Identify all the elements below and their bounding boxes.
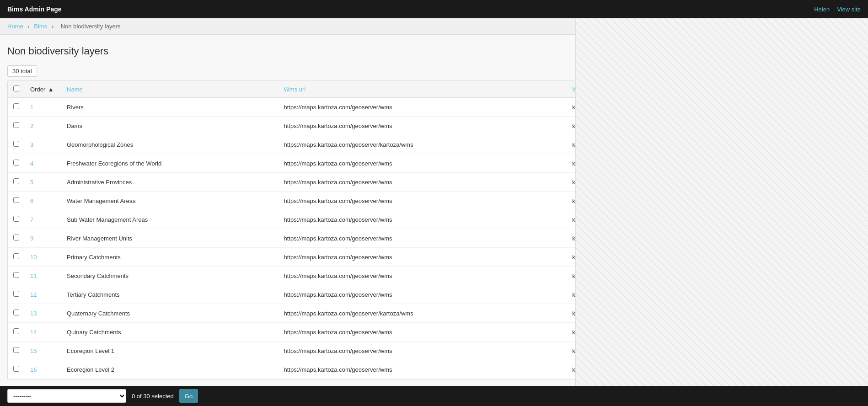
row-move-cell: ▲ ▼ <box>833 98 860 117</box>
add-non-biodiversity-layer-button[interactable]: + Add non biodiversity layer <box>773 44 861 58</box>
move-down-button[interactable]: ▼ <box>838 238 855 244</box>
move-down-button[interactable]: ▼ <box>838 163 855 169</box>
row-checkbox[interactable] <box>13 366 19 372</box>
row-name: Quaternary Catchments <box>61 304 278 323</box>
row-checkbox[interactable] <box>13 197 19 203</box>
move-up-button[interactable]: ▲ <box>838 251 855 257</box>
move-up-button[interactable]: ▲ <box>838 176 855 182</box>
move-up-button[interactable]: ▲ <box>838 195 855 201</box>
row-checkbox[interactable] <box>13 122 19 128</box>
move-up-button[interactable]: ▲ <box>838 214 855 219</box>
row-checkbox-cell <box>8 360 25 379</box>
row-wms-url: https://maps.kartoza.com/geoserver/wms <box>278 342 567 360</box>
row-checkbox[interactable] <box>13 216 19 222</box>
breadcrumb-current: Non biodiversity layers <box>61 23 121 30</box>
row-order-link[interactable]: 14 <box>30 329 37 336</box>
row-order-link[interactable]: 16 <box>30 366 37 373</box>
row-wms-url: https://maps.kartoza.com/geoserver/wms <box>278 154 567 173</box>
row-checkbox-cell <box>8 173 25 192</box>
row-wms-layer-name: kartoza:eco_region_2 <box>567 360 833 379</box>
move-down-button[interactable]: ▼ <box>838 369 855 375</box>
row-wms-url: https://maps.kartoza.com/geoserver/wms <box>278 323 567 342</box>
row-checkbox[interactable] <box>13 347 19 353</box>
row-order-link[interactable]: 3 <box>30 141 33 148</box>
row-name: Administrative Provinces <box>61 173 278 192</box>
row-checkbox[interactable] <box>13 141 19 147</box>
row-wms-layer-name: kartoza:eco_region_1 <box>567 342 833 360</box>
move-down-button[interactable]: ▼ <box>838 201 855 206</box>
row-wms-layer-name: kartoza:quaternary_catchment <box>567 304 833 323</box>
move-down-button[interactable]: ▼ <box>838 126 855 131</box>
row-wms-layer-name: kartoza:quinary_catchment <box>567 323 833 342</box>
header-wms-layer-name[interactable]: Wms layer name <box>567 81 833 98</box>
row-order-link[interactable]: 9 <box>30 235 33 242</box>
move-arrows: ▲ ▼ <box>838 233 855 244</box>
move-up-button[interactable]: ▲ <box>838 120 855 126</box>
row-wms-url: https://maps.kartoza.com/geoserver/wms <box>278 210 567 229</box>
row-checkbox[interactable] <box>13 328 19 334</box>
move-down-button[interactable]: ▼ <box>838 219 855 225</box>
move-down-button[interactable]: ▼ <box>838 107 855 112</box>
move-up-button[interactable]: ▲ <box>838 233 855 238</box>
header-name[interactable]: Name <box>61 81 278 98</box>
row-checkbox[interactable] <box>13 235 19 240</box>
row-order-link[interactable]: 6 <box>30 198 33 204</box>
row-order-link[interactable]: 1 <box>30 104 33 111</box>
row-checkbox[interactable] <box>13 272 19 278</box>
row-order-link[interactable]: 13 <box>30 310 37 317</box>
move-down-button[interactable]: ▼ <box>838 294 855 300</box>
move-down-button[interactable]: ▼ <box>838 257 855 262</box>
row-name: Ecoregion Level 2 <box>61 360 278 379</box>
move-arrows: ▲ ▼ <box>838 195 855 206</box>
row-checkbox-cell <box>8 267 25 285</box>
breadcrumb-home[interactable]: Home <box>7 23 23 30</box>
move-down-button[interactable]: ▼ <box>838 144 855 150</box>
row-move-cell: ▲ ▼ <box>833 154 860 173</box>
row-order-link[interactable]: 5 <box>30 179 33 186</box>
move-up-button[interactable]: ▲ <box>838 270 855 276</box>
move-down-button[interactable]: ▼ <box>838 182 855 187</box>
row-checkbox-cell <box>8 229 25 248</box>
row-wms-layer-name: kartoza:tertiary_catchment_area <box>567 285 833 304</box>
move-up-button[interactable]: ▲ <box>838 308 855 313</box>
move-down-button[interactable]: ▼ <box>838 276 855 281</box>
row-order-link[interactable]: 11 <box>30 272 37 279</box>
move-down-button[interactable]: ▼ <box>838 332 855 337</box>
move-up-button[interactable]: ▲ <box>838 289 855 294</box>
row-checkbox-cell <box>8 342 25 360</box>
row-order-link[interactable]: 15 <box>30 347 37 354</box>
move-up-button[interactable]: ▲ <box>838 364 855 369</box>
move-up-button[interactable]: ▲ <box>838 345 855 351</box>
row-checkbox[interactable] <box>13 291 19 297</box>
row-order-link[interactable]: 2 <box>30 123 33 129</box>
move-up-button[interactable]: ▲ <box>838 158 855 163</box>
move-down-button[interactable]: ▼ <box>838 351 855 356</box>
row-order-link[interactable]: 12 <box>30 291 37 298</box>
row-checkbox[interactable] <box>13 103 19 109</box>
filter-button[interactable]: Filter ▾ <box>842 68 861 75</box>
move-up-button[interactable]: ▲ <box>838 139 855 144</box>
header-wms-url[interactable]: Wms url <box>278 81 567 98</box>
select-all-checkbox[interactable] <box>13 85 19 91</box>
header-order[interactable]: Order ▲ <box>25 81 61 98</box>
row-order-link[interactable]: 10 <box>30 254 37 261</box>
move-arrows: ▲ ▼ <box>838 289 855 300</box>
row-wms-layer-name: kartoza:water_management_areas <box>567 192 833 210</box>
view-site-link[interactable]: View site <box>837 6 861 13</box>
row-checkbox[interactable] <box>13 178 19 184</box>
move-arrows: ▲ ▼ <box>838 326 855 337</box>
move-down-button[interactable]: ▼ <box>838 313 855 319</box>
row-order-link[interactable]: 4 <box>30 160 33 167</box>
row-wms-layer-name: kartoza:secondary_catchment_area <box>567 267 833 285</box>
row-checkbox[interactable] <box>13 310 19 315</box>
move-arrows: ▲ ▼ <box>838 176 855 187</box>
move-up-button[interactable]: ▲ <box>838 102 855 107</box>
breadcrumb-bims[interactable]: Bims <box>34 23 47 30</box>
row-checkbox[interactable] <box>13 160 19 166</box>
row-wms-layer-name: kartoza:sa_rivers <box>567 98 833 117</box>
move-up-button[interactable]: ▲ <box>838 326 855 332</box>
row-checkbox[interactable] <box>13 253 19 259</box>
row-order-link[interactable]: 7 <box>30 216 33 223</box>
user-link[interactable]: Helen <box>814 6 830 13</box>
site-title: Bims Admin Page <box>7 5 62 13</box>
